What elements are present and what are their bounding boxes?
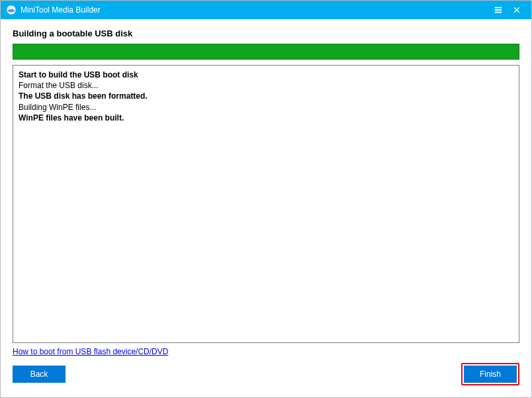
finish-button[interactable]: Finish	[464, 366, 517, 383]
titlebar-title: MiniTool Media Builder	[21, 5, 101, 15]
back-button[interactable]: Back	[13, 366, 66, 383]
progress-bar	[13, 44, 519, 60]
svg-rect-3	[495, 9, 502, 11]
log-line: The USB disk has been formatted.	[19, 91, 513, 101]
svg-rect-2	[495, 7, 502, 9]
finish-button-highlight: Finish	[461, 363, 519, 385]
log-line: Format the USB disk...	[19, 80, 513, 91]
log-line: Building WinPE files...	[19, 102, 513, 113]
svg-rect-4	[495, 12, 502, 13]
log-box: Start to build the USB boot disk Format …	[13, 65, 519, 343]
log-line: WinPE files have been built.	[19, 113, 513, 123]
button-row: Back Finish	[13, 363, 519, 385]
help-link[interactable]: How to boot from USB flash device/CD/DVD	[13, 347, 168, 356]
titlebar: MiniTool Media Builder	[1, 1, 531, 19]
close-button[interactable]	[508, 1, 526, 19]
app-icon	[6, 5, 17, 15]
log-line: Start to build the USB boot disk	[19, 70, 513, 80]
content-area: Building a bootable USB disk Start to bu…	[1, 19, 531, 392]
page-heading: Building a bootable USB disk	[13, 28, 519, 38]
menu-button[interactable]	[489, 1, 508, 19]
